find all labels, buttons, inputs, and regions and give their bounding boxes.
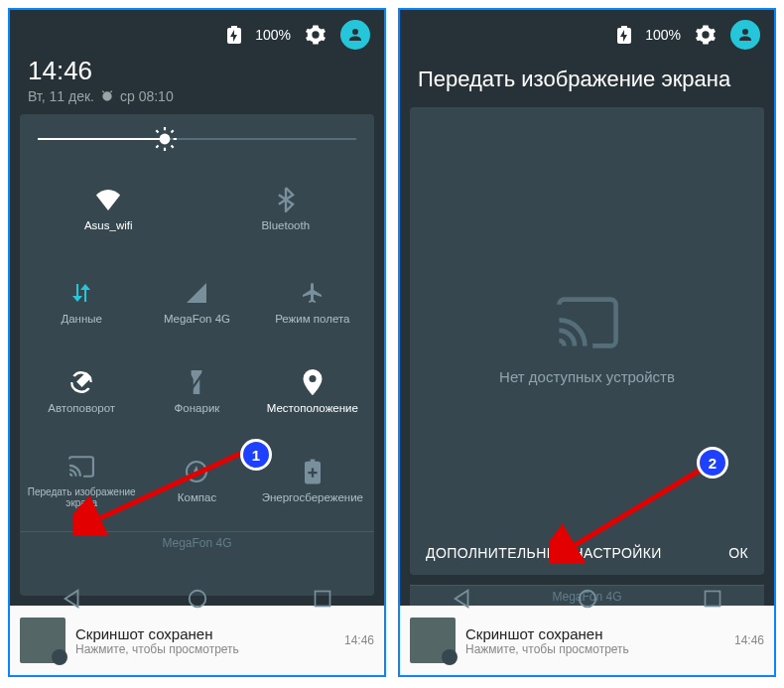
qs-wifi[interactable]: Asus_wifi bbox=[20, 164, 197, 253]
notification[interactable]: Скриншот сохранен Нажмите, чтобы просмот… bbox=[400, 606, 774, 675]
statusbar: 100% bbox=[400, 10, 774, 56]
annotation-badge-2: 2 bbox=[697, 447, 728, 479]
qs-location[interactable]: Местоположение bbox=[255, 348, 370, 434]
svg-line-5 bbox=[91, 453, 242, 522]
svg-line-8 bbox=[567, 467, 706, 550]
notif-title: Скриншот сохранен bbox=[75, 625, 334, 642]
battery-saver-icon bbox=[299, 458, 327, 485]
ok-button[interactable]: ОК bbox=[728, 545, 748, 561]
brightness-thumb[interactable] bbox=[151, 125, 179, 153]
phone-right: 100% Передать изображение экрана Нет дос… bbox=[398, 8, 776, 677]
data-arrows-icon bbox=[67, 279, 95, 307]
brightness-slider[interactable] bbox=[20, 114, 374, 164]
cast-empty-icon bbox=[556, 297, 619, 348]
location-icon bbox=[299, 368, 327, 396]
notification[interactable]: Скриншот сохранен Нажмите, чтобы просмот… bbox=[10, 606, 384, 675]
battery-charging-icon bbox=[617, 26, 631, 44]
annotation-arrow-1 bbox=[73, 439, 252, 536]
qs-autorotate[interactable]: Автоповорот bbox=[24, 348, 139, 434]
statusbar: 100% bbox=[10, 10, 384, 56]
qs-bluetooth[interactable]: Bluetooth bbox=[197, 164, 375, 253]
user-avatar-icon[interactable] bbox=[340, 20, 370, 50]
rotate-icon bbox=[67, 368, 95, 396]
qs-signal[interactable]: MegaFon 4G bbox=[139, 259, 254, 344]
battery-pct: 100% bbox=[255, 27, 291, 43]
notif-time: 14:46 bbox=[734, 633, 764, 647]
clock-block: 14:46 Вт, 11 дек. ср 08:10 bbox=[10, 56, 384, 104]
notif-title: Скриншот сохранен bbox=[465, 625, 724, 642]
carrier-indicator: MegaFon 4G bbox=[410, 585, 764, 606]
airplane-icon bbox=[299, 279, 327, 307]
notif-time: 14:46 bbox=[344, 633, 374, 647]
bluetooth-icon bbox=[272, 186, 300, 213]
qs-flashlight[interactable]: Фонарик bbox=[139, 348, 254, 434]
qs-data[interactable]: Данные bbox=[24, 259, 139, 344]
alarm-icon bbox=[100, 89, 114, 103]
user-avatar-icon[interactable] bbox=[730, 20, 760, 50]
signal-icon bbox=[183, 279, 210, 307]
battery-charging-icon bbox=[227, 26, 241, 44]
screenshot-thumb-icon bbox=[410, 618, 456, 663]
phone-left: 100% 14:46 Вт, 11 дек. ср 08:10 bbox=[8, 8, 386, 677]
screenshot-thumb-icon bbox=[20, 618, 65, 663]
time: 14:46 bbox=[28, 56, 366, 86]
notif-sub: Нажмите, чтобы просмотреть bbox=[465, 642, 724, 656]
wifi-icon bbox=[94, 186, 122, 213]
date-line: Вт, 11 дек. ср 08:10 bbox=[28, 88, 366, 104]
settings-icon[interactable] bbox=[695, 24, 717, 46]
cast-title: Передать изображение экрана bbox=[400, 56, 774, 97]
qs-battery-saver[interactable]: Энергосбережение bbox=[255, 438, 370, 523]
svg-point-0 bbox=[160, 134, 171, 145]
annotation-badge-1: 1 bbox=[240, 439, 272, 471]
cast-empty-text: Нет доступных устройств bbox=[499, 368, 675, 385]
battery-pct: 100% bbox=[645, 27, 681, 43]
flashlight-icon bbox=[183, 368, 210, 396]
settings-icon[interactable] bbox=[305, 24, 327, 46]
qs-airplane[interactable]: Режим полета bbox=[255, 259, 370, 344]
notif-sub: Нажмите, чтобы просмотреть bbox=[75, 642, 334, 656]
annotation-arrow-2 bbox=[549, 457, 716, 564]
